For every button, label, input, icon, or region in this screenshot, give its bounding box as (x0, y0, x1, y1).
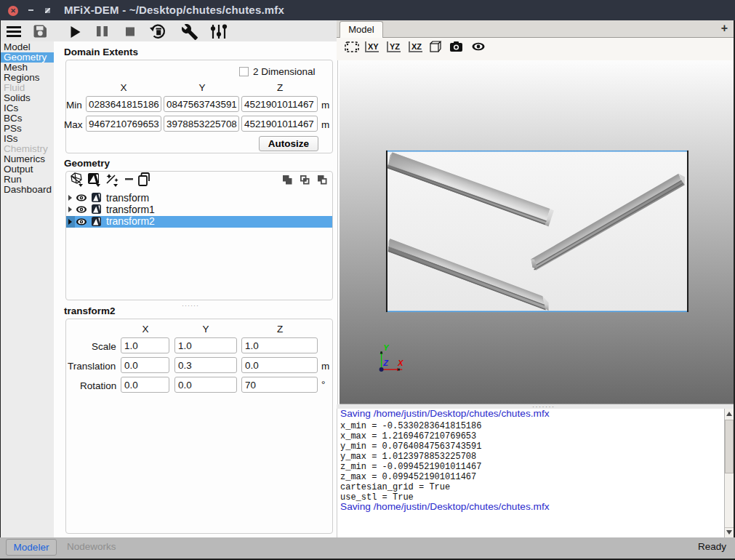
svg-text:X: X (397, 359, 403, 367)
svg-text:transform1: transform1 (106, 204, 155, 215)
svg-text:XY: XY (368, 42, 379, 51)
svg-text:transform2: transform2 (106, 215, 155, 227)
svg-text:transform: transform (106, 192, 149, 204)
svg-text:XZ: XZ (411, 42, 422, 51)
svg-text:YZ: YZ (390, 42, 400, 51)
svg-text:Z: Z (382, 359, 389, 367)
